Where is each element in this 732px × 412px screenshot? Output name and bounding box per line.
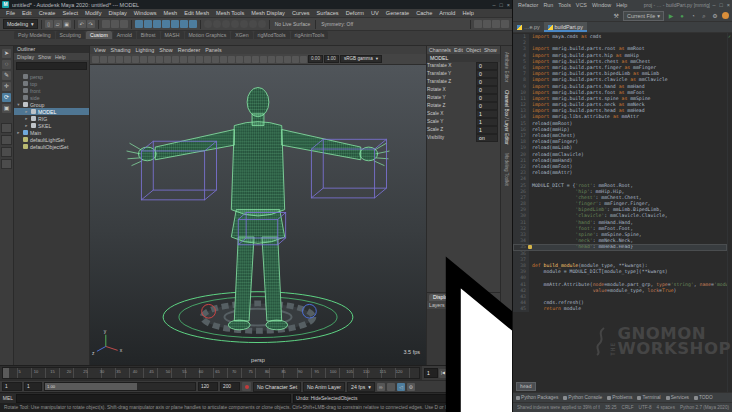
grid-icon[interactable] bbox=[148, 56, 155, 63]
menu-item[interactable]: Tools bbox=[556, 2, 573, 8]
current-time-indicator[interactable] bbox=[3, 368, 9, 378]
channel-row[interactable]: Translate Y 0 bbox=[427, 70, 500, 78]
make-object-live-icon[interactable] bbox=[180, 20, 188, 28]
command-input[interactable] bbox=[16, 394, 291, 403]
raise-application-windows-icon[interactable] bbox=[474, 20, 482, 28]
expand-icon[interactable]: ▸ bbox=[16, 130, 21, 135]
gamma-field[interactable]: 1.00 bbox=[324, 55, 339, 63]
menu-item[interactable]: Mesh Tools bbox=[213, 10, 247, 16]
screen-space-ao-icon[interactable] bbox=[252, 56, 259, 63]
view-transform-dropdown[interactable]: sRGB gamma▾ bbox=[340, 55, 382, 63]
run-configuration-dropdown[interactable]: Current File▾ bbox=[623, 11, 664, 21]
channel-value-field[interactable]: 0 bbox=[476, 70, 498, 78]
character-set-dropdown[interactable]: No Character Set bbox=[253, 382, 301, 392]
gate-mask-icon[interactable] bbox=[172, 56, 179, 63]
select-camera-icon[interactable] bbox=[92, 56, 99, 63]
joint-xray-icon[interactable] bbox=[300, 56, 307, 63]
channel-value-field[interactable]: 1 bbox=[476, 126, 498, 134]
outliner-item[interactable]: defaultObjectSet bbox=[14, 143, 89, 150]
paint-effects-icon[interactable] bbox=[258, 20, 266, 28]
expand-icon[interactable]: ▸ bbox=[24, 123, 29, 128]
motion-blur-icon[interactable] bbox=[260, 56, 267, 63]
menu-item[interactable]: Surfaces bbox=[314, 10, 342, 16]
expand-icon[interactable]: ▾ bbox=[16, 102, 21, 107]
maximize-button[interactable]: □ bbox=[719, 2, 722, 8]
menu-item[interactable]: UV bbox=[368, 10, 382, 16]
tool-window-button[interactable]: Terminal bbox=[637, 395, 660, 400]
new-scene-icon[interactable]: ▯ bbox=[45, 20, 53, 28]
menu-item[interactable]: Cache bbox=[413, 10, 435, 16]
editor-tab[interactable]: buildPart.py bbox=[544, 22, 587, 32]
shelf-tab[interactable]: MASH bbox=[161, 31, 184, 39]
channelbox-menu-item[interactable]: Edit bbox=[454, 47, 463, 53]
menu-item[interactable]: Display bbox=[105, 10, 129, 16]
channel-value-field[interactable]: 0 bbox=[476, 78, 498, 86]
settings-gear-icon[interactable]: ⚙ bbox=[711, 12, 719, 20]
snap-to-points-icon[interactable] bbox=[153, 20, 161, 28]
snap-to-view-planes-icon[interactable] bbox=[171, 20, 179, 28]
menu-item[interactable]: Arnold bbox=[436, 10, 458, 16]
minimize-button[interactable]: – bbox=[492, 2, 495, 8]
close-button[interactable]: × bbox=[727, 2, 730, 8]
wireframe-on-shaded-icon[interactable] bbox=[220, 56, 227, 63]
safe-title-icon[interactable] bbox=[196, 56, 203, 63]
outliner-item[interactable]: ▸ MODEL bbox=[14, 108, 89, 115]
shelf-tab[interactable]: XGen bbox=[231, 31, 252, 39]
persp-outliner-layout-icon[interactable] bbox=[1, 147, 12, 157]
code-editor[interactable]: 1 import maya.cmds as cmds 2 3 import mm… bbox=[513, 33, 732, 392]
safe-action-icon[interactable] bbox=[188, 56, 195, 63]
tool-window-button[interactable]: Python Console bbox=[563, 395, 602, 400]
channel-value-field[interactable]: 0 bbox=[476, 102, 498, 110]
channel-row[interactable]: Scale X 1 bbox=[427, 110, 500, 118]
channel-row[interactable]: Rotate Z 0 bbox=[427, 102, 500, 110]
menu-item[interactable]: Select bbox=[59, 10, 81, 16]
search-everywhere-icon[interactable]: ⌕ bbox=[700, 12, 708, 20]
command-language-toggle[interactable]: MEL bbox=[0, 395, 16, 401]
channel-row[interactable]: Scale Y 1 bbox=[427, 118, 500, 126]
snap-to-curves-icon[interactable] bbox=[144, 20, 152, 28]
channelbox-object-name[interactable]: MODEL bbox=[427, 54, 500, 62]
outliner-item[interactable]: side bbox=[14, 94, 89, 101]
hypershade-persp-layout-icon[interactable] bbox=[1, 159, 12, 169]
channel-value-field[interactable]: 0 bbox=[476, 94, 498, 102]
sidebar-tab[interactable]: Channel Box / Layer Editor bbox=[504, 90, 509, 145]
maximize-button[interactable]: □ bbox=[499, 2, 502, 8]
channel-row[interactable]: Scale Z 1 bbox=[427, 126, 500, 134]
tool-window-button[interactable]: Python Packages bbox=[516, 395, 558, 400]
shelf-tab[interactable]: Custom bbox=[86, 31, 112, 39]
film-gate-icon[interactable] bbox=[156, 56, 163, 63]
redo-icon[interactable]: ↷ bbox=[87, 20, 95, 28]
indent-style[interactable]: 4 spaces bbox=[657, 405, 675, 410]
menu-item[interactable]: File bbox=[3, 10, 18, 16]
menu-item[interactable]: Modify bbox=[82, 10, 104, 16]
shelf-tab[interactable]: Poly Modeling bbox=[14, 31, 55, 39]
outliner-menu-item[interactable]: Display bbox=[17, 54, 34, 60]
display-render-globals-icon[interactable] bbox=[240, 20, 248, 28]
image-plane-icon[interactable] bbox=[124, 56, 131, 63]
editor-scrollbar[interactable]: ✓ bbox=[727, 33, 732, 392]
menu-item[interactable]: VCS bbox=[574, 2, 589, 8]
editor-tab[interactable]: …e.py bbox=[513, 22, 544, 32]
no-live-surface-label[interactable]: No Live Surface bbox=[273, 21, 313, 27]
single-pane-layout-icon[interactable] bbox=[1, 123, 12, 133]
channelbox-menu-item[interactable]: Object bbox=[466, 47, 481, 53]
channel-box-icon[interactable] bbox=[501, 20, 509, 28]
auto-keyframe-toggle[interactable] bbox=[242, 382, 251, 391]
menu-item[interactable]: Help bbox=[459, 10, 477, 16]
line-ending[interactable]: CRLF bbox=[622, 405, 634, 410]
menu-item[interactable]: Generate bbox=[383, 10, 412, 16]
channel-value-field[interactable]: on bbox=[476, 134, 498, 142]
channel-value-field[interactable]: 0 bbox=[476, 86, 498, 94]
time-slider-track[interactable]: 5101520253035404550556065707580859095100… bbox=[2, 367, 420, 379]
expand-icon[interactable]: ▸ bbox=[24, 109, 29, 114]
render-icon[interactable] bbox=[213, 20, 221, 28]
menu-item[interactable]: Deform bbox=[343, 10, 367, 16]
2d-pan-zoom-icon[interactable] bbox=[132, 56, 139, 63]
cursor-position[interactable]: 35:25 bbox=[605, 405, 617, 410]
viewport-canvas[interactable]: xyz persp 3.5 fps bbox=[90, 65, 426, 365]
profile-avatar[interactable] bbox=[722, 12, 729, 19]
playback-end-field[interactable]: 120 bbox=[198, 382, 218, 391]
shelf-tab[interactable]: rigAnimTools bbox=[291, 31, 329, 39]
close-button[interactable]: × bbox=[507, 2, 510, 8]
outliner-item[interactable]: front bbox=[14, 87, 89, 94]
